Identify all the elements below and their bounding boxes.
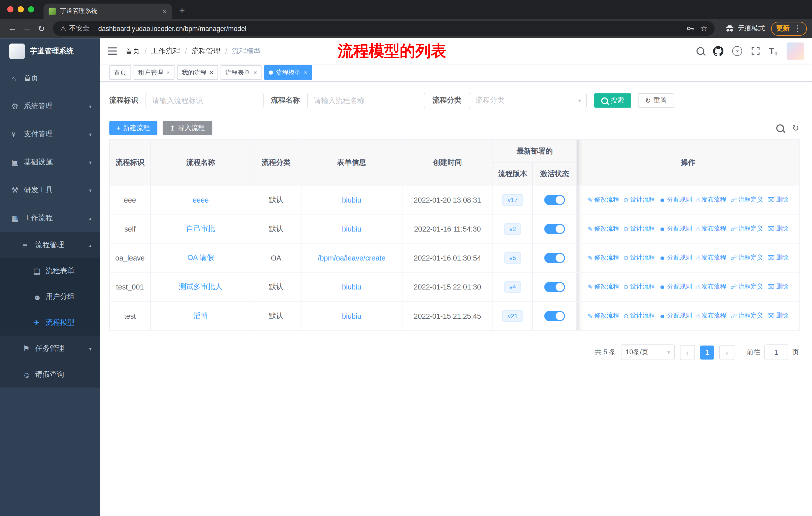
prev-page-button[interactable]: ‹ [680,345,695,360]
close-icon[interactable]: × [210,69,213,76]
assign-rule-link[interactable]: ☻分配规则 [659,195,692,204]
sidebar-item-process-form[interactable]: ▤流程表单 [0,258,100,284]
process-name-link[interactable]: 测试多审批人 [179,282,223,291]
search-button[interactable]: 搜索 [594,93,631,108]
category-select[interactable]: 流程分类 ▾ [469,93,587,108]
publish-process-link[interactable]: ☝发布流程 [696,253,726,262]
form-info-link[interactable]: biubiu [342,283,361,291]
create-process-button[interactable]: + 新建流程 [109,121,157,135]
sidebar-item-process-model[interactable]: ✈流程模型 [0,310,100,336]
import-process-button[interactable]: ↥ 导入流程 [162,121,212,135]
browser-tab[interactable]: 芋道管理系统 × [44,3,172,19]
fullscreen-icon[interactable] [751,46,760,56]
sidebar-item-workflow[interactable]: ▦工作流程▴ [0,204,100,232]
sidebar-item-system-manage[interactable]: ⚙系统管理▾ [0,92,100,120]
process-name-link[interactable]: 自己审批 [186,224,215,232]
github-icon[interactable] [713,46,723,56]
page-size-select[interactable]: 10条/页 ▾ [621,345,675,360]
current-page-button[interactable]: 1 [700,345,714,359]
publish-process-link[interactable]: ☝发布流程 [696,224,726,233]
form-info-link[interactable]: /bpm/oa/leave/create [318,254,385,262]
active-toggle[interactable] [544,252,565,263]
fontsize-icon[interactable]: TT [769,46,778,56]
design-process-link[interactable]: ⊙设计流程 [623,224,655,233]
sidebar-item-task-manage[interactable]: ⚑任务管理▾ [0,335,100,361]
back-icon[interactable]: ← [5,21,20,36]
user-avatar[interactable] [787,42,804,60]
sidebar-item-process-manage[interactable]: ≡流程管理▴ [0,232,100,258]
tag-tenant-manage[interactable]: 租户管理× [134,65,175,80]
tab-close-icon[interactable]: × [163,7,167,16]
design-process-link[interactable]: ⊙设计流程 [623,253,655,262]
delete-link[interactable]: ⌧删除 [767,224,788,233]
process-definition-link[interactable]: ☍流程定义 [730,253,763,262]
close-icon[interactable]: × [304,69,308,76]
design-process-link[interactable]: ⊙设计流程 [623,195,655,204]
close-icon[interactable]: × [166,69,170,76]
tag-my-process[interactable]: 我的流程× [177,65,218,80]
sidebar-item-dev-tools[interactable]: ⚒研发工具▾ [0,176,100,204]
window-close-button[interactable] [7,6,13,12]
delete-link[interactable]: ⌧删除 [767,253,788,262]
reload-icon[interactable]: ↻ [34,21,49,36]
form-info-link[interactable]: biubiu [342,195,361,204]
delete-link[interactable]: ⌧删除 [767,195,788,204]
process-definition-link[interactable]: ☍流程定义 [730,282,763,291]
window-minimize-button[interactable] [18,6,24,12]
delete-link[interactable]: ⌧删除 [767,282,788,291]
form-info-link[interactable]: biubiu [342,312,361,320]
assign-rule-link[interactable]: ☻分配规则 [659,282,692,291]
bookmark-star-icon[interactable]: ☆ [700,24,707,33]
delete-link[interactable]: ⌧删除 [767,311,788,320]
breadcrumb-item[interactable]: 流程管理 [192,46,221,56]
next-page-button[interactable]: › [719,345,734,360]
window-zoom-button[interactable] [28,6,34,12]
design-process-link[interactable]: ⊙设计流程 [623,311,655,320]
password-key-icon[interactable] [686,24,694,33]
process-definition-link[interactable]: ☍流程定义 [730,224,763,233]
modify-process-link[interactable]: ✎修改流程 [587,195,619,204]
address-bar[interactable]: ⚠ 不安全 dashboard.yudao.iocoder.cn/bpm/man… [53,21,715,36]
hamburger-icon[interactable] [108,47,117,55]
active-toggle[interactable] [544,282,565,292]
modify-process-link[interactable]: ✎修改流程 [587,253,619,262]
tag-process-model[interactable]: 流程模型× [264,65,312,80]
reset-button[interactable]: ↻ 重置 [638,93,674,108]
sidebar-item-user-group[interactable]: ☻用户分组 [0,284,100,310]
design-process-link[interactable]: ⊙设计流程 [623,282,655,291]
active-toggle[interactable] [544,223,565,234]
update-button[interactable]: 更新 ⋮ [771,21,807,35]
modify-process-link[interactable]: ✎修改流程 [587,224,619,233]
new-tab-button[interactable]: + [179,5,185,16]
active-toggle[interactable] [544,311,565,321]
goto-page-input[interactable] [764,345,788,360]
sidebar-item-infrastructure[interactable]: ▣基础设施▾ [0,148,100,176]
forward-icon[interactable]: → [20,21,34,36]
table-search-button[interactable] [776,124,784,132]
process-definition-link[interactable]: ☍流程定义 [730,195,763,204]
assign-rule-link[interactable]: ☻分配规则 [659,253,692,262]
active-toggle[interactable] [544,194,565,205]
process-key-input[interactable] [145,93,264,108]
process-name-link[interactable]: 滔博 [193,311,208,320]
publish-process-link[interactable]: ☝发布流程 [696,195,726,204]
modify-process-link[interactable]: ✎修改流程 [587,311,619,320]
more-icon[interactable]: ⋮ [794,24,802,33]
process-name-link[interactable]: eeee [193,195,209,204]
security-chip[interactable]: ⚠ 不安全 [60,24,90,33]
sidebar-item-payment-manage[interactable]: ¥支付管理▾ [0,120,100,148]
form-info-link[interactable]: biubiu [342,224,361,233]
help-icon[interactable]: ? [732,46,742,56]
assign-rule-link[interactable]: ☻分配规则 [659,311,692,320]
sidebar-item-leave-query[interactable]: ☺请假查询 [0,361,100,387]
breadcrumb-item[interactable]: 工作流程 [151,46,180,56]
publish-process-link[interactable]: ☝发布流程 [696,282,726,291]
tag-process-form[interactable]: 流程表单× [221,65,262,80]
modify-process-link[interactable]: ✎修改流程 [587,282,619,291]
publish-process-link[interactable]: ☝发布流程 [696,311,726,320]
close-icon[interactable]: × [253,69,257,76]
process-name-input[interactable] [307,93,425,108]
sidebar-item-home[interactable]: ⌂首页 [0,64,100,92]
search-icon[interactable] [696,47,704,55]
assign-rule-link[interactable]: ☻分配规则 [659,224,692,233]
